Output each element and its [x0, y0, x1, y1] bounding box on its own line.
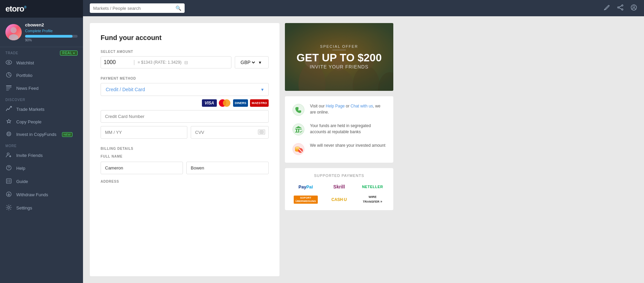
- amount-row: | = $1343 (RATE: 1.3429) ⊟ GBP USD EUR ▾: [101, 56, 269, 68]
- sidebar-item-withdraw-funds[interactable]: Withdraw Funds: [0, 188, 83, 201]
- search-icon: 🔍: [175, 5, 181, 11]
- svg-point-9: [7, 132, 11, 136]
- topbar: 🔍: [83, 0, 644, 16]
- trade-section-label: TRADE REAL: [0, 47, 83, 57]
- copy-people-label: Copy People: [16, 119, 41, 124]
- sidebar-item-portfolio[interactable]: Portfolio: [0, 69, 83, 82]
- svg-point-21: [622, 5, 623, 6]
- neteller-logo: NETELLER: [357, 182, 388, 192]
- bank-icon: [292, 123, 305, 136]
- sidebar-item-invite-friends[interactable]: Invite Friends: [0, 149, 83, 162]
- withdraw-funds-label: Withdraw Funds: [16, 192, 48, 197]
- skrill-logo: Skrill: [324, 182, 355, 192]
- currency-select-wrap[interactable]: GBP USD EUR ▾: [235, 56, 269, 68]
- sidebar-item-watchlist[interactable]: Watchlist: [0, 57, 83, 69]
- sidebar-item-copyfunds[interactable]: Invest in CopyFunds NEW: [0, 128, 83, 141]
- card-title: Fund your account: [101, 34, 269, 42]
- invite-friends-label: Invite Friends: [16, 153, 43, 158]
- eye-icon: [5, 60, 12, 66]
- amount-info-icon[interactable]: ⊟: [184, 60, 188, 65]
- svg-point-10: [8, 133, 10, 135]
- sidebar-item-guide[interactable]: Guide: [0, 175, 83, 188]
- paypal-logo: PayPal: [290, 182, 321, 192]
- progress-label: 90%: [25, 38, 78, 42]
- topbar-actions: [603, 4, 637, 13]
- complete-profile-link[interactable]: Complete Profile: [25, 29, 53, 33]
- settings-icon: [5, 204, 12, 211]
- newsfeed-icon: [5, 85, 12, 92]
- chat-link[interactable]: Chat with us: [351, 104, 373, 108]
- invite-friends-icon: [5, 152, 12, 159]
- amount-divider: |: [133, 59, 135, 65]
- search-input[interactable]: [93, 6, 173, 11]
- sidebar-item-settings[interactable]: Settings: [0, 201, 83, 215]
- sidebar-header: etoro®: [0, 0, 83, 18]
- promo-amount: GET UP TO $200: [296, 52, 381, 64]
- bank-info-text: Your funds are held in segregated accoun…: [310, 123, 387, 135]
- amount-input-wrap: | = $1343 (RATE: 1.3429) ⊟: [101, 56, 231, 68]
- svg-rect-4: [6, 85, 12, 86]
- sidebar-item-help[interactable]: Help: [0, 162, 83, 175]
- card-chip-icon: [258, 129, 265, 136]
- promo-special-offer: SPECIAL OFFER: [296, 44, 381, 48]
- svg-point-20: [8, 206, 10, 208]
- right-panel: SPECIAL OFFER GET UP TO $200 INVITE YOUR…: [285, 23, 393, 276]
- payment-dropdown[interactable]: Credit / Debit Card ▾: [101, 83, 269, 96]
- portfolio-label: Portfolio: [16, 73, 33, 78]
- profile-section: cbowen2 Complete Profile 90%: [0, 18, 83, 47]
- svg-rect-18: [9, 181, 10, 182]
- help-page-link[interactable]: Help Page: [326, 104, 345, 108]
- expiry-input[interactable]: [101, 126, 187, 139]
- select-amount-label: SELECT AMOUNT: [101, 50, 269, 54]
- first-name-input[interactable]: [101, 162, 183, 174]
- payment-method-section: PAYMENT METHOD Credit / Debit Card ▾ VIS…: [101, 77, 269, 139]
- svg-rect-5: [6, 87, 12, 88]
- payments-grid: PayPal Skrill NETELLER SOFORTÜBERWEISUNG: [290, 182, 388, 205]
- copyfunds-label: Invest in CopyFunds: [16, 132, 57, 137]
- phone-icon: [292, 103, 305, 117]
- amount-input[interactable]: [104, 59, 131, 65]
- info-item-bank: Your funds are held in segregated accoun…: [292, 123, 387, 136]
- info-card: Visit our Help Page or Chat with us, we …: [285, 96, 393, 163]
- billing-label: BILLING DETAILS: [101, 147, 269, 150]
- svg-rect-6: [6, 88, 10, 89]
- discover-section-label: DISCOVER: [0, 95, 83, 103]
- help-info-text: Visit our Help Page or Chat with us, we …: [310, 103, 387, 115]
- guide-label: Guide: [16, 179, 28, 184]
- search-box[interactable]: 🔍: [90, 3, 185, 13]
- trade-markets-icon: [5, 106, 12, 113]
- name-row: [101, 162, 269, 174]
- real-badge[interactable]: REAL: [60, 50, 78, 56]
- credit-card-number-input[interactable]: [101, 110, 269, 123]
- newsfeed-label: News Feed: [16, 86, 39, 91]
- sidebar-item-copy-people[interactable]: Copy People: [0, 116, 83, 128]
- promo-content: SPECIAL OFFER GET UP TO $200 INVITE YOUR…: [296, 44, 381, 69]
- copyfunds-icon: [5, 131, 12, 138]
- svg-point-25: [633, 6, 635, 8]
- logo: etoro®: [5, 4, 26, 14]
- svg-rect-15: [7, 180, 8, 181]
- svg-rect-17: [7, 181, 8, 182]
- card-logos: VISA DINERS MAESTRO: [101, 99, 269, 107]
- account-icon[interactable]: [630, 4, 637, 13]
- portfolio-icon: [5, 72, 12, 79]
- svg-point-3: [8, 62, 10, 63]
- cvv-input[interactable]: [191, 126, 269, 139]
- avatar: [5, 24, 22, 40]
- svg-point-23: [622, 9, 623, 10]
- last-name-input[interactable]: [186, 162, 269, 174]
- cvv-wrap: [191, 126, 269, 139]
- sidebar-item-trade-markets[interactable]: Trade Markets: [0, 103, 83, 116]
- main-content: 🔍: [83, 0, 644, 283]
- payment-dropdown-arrow: ▾: [261, 87, 264, 92]
- sofort-logo: SOFORTÜBERWEISUNG: [290, 195, 321, 205]
- svg-point-45: [295, 147, 300, 149]
- share-icon[interactable]: [617, 4, 624, 13]
- svg-point-38: [293, 104, 304, 116]
- currency-select[interactable]: GBP USD EUR: [239, 59, 256, 65]
- fund-account-card: Fund your account SELECT AMOUNT | = $134…: [90, 23, 279, 276]
- edit-icon[interactable]: [603, 4, 610, 13]
- sidebar-item-newsfeed[interactable]: News Feed: [0, 82, 83, 95]
- svg-point-11: [7, 153, 9, 155]
- amount-equiv: = $1343 (RATE: 1.3429): [138, 60, 182, 65]
